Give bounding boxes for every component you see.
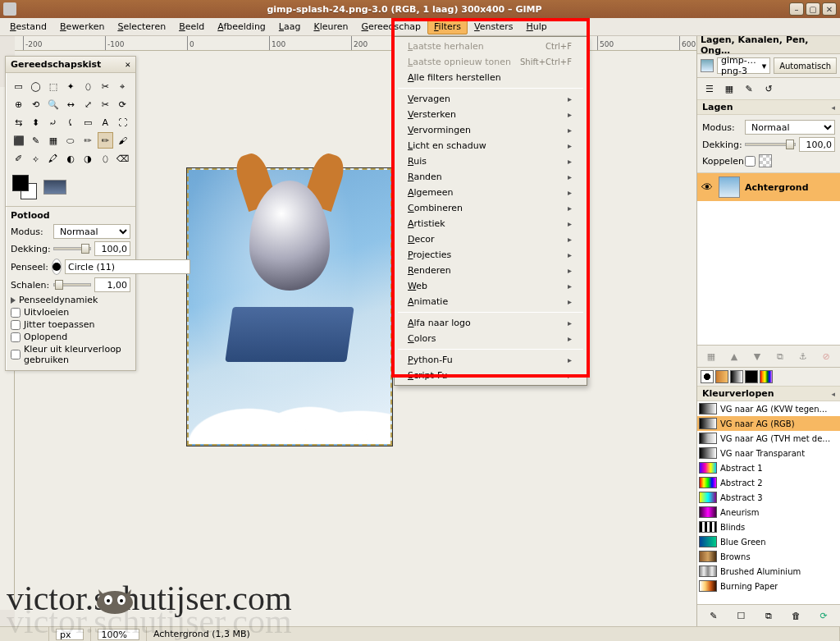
tool-6[interactable]: ⌖ bbox=[115, 78, 130, 94]
koppelen-checkbox[interactable] bbox=[745, 156, 756, 167]
tool-1[interactable]: ◯ bbox=[28, 78, 43, 94]
filters-menu-dropdown[interactable]: Laatste herhalenCtrl+FLaatste opnieuw to… bbox=[394, 36, 587, 386]
gradient-row[interactable]: VG naar Transparant bbox=[697, 446, 840, 460]
units-combo[interactable]: px bbox=[49, 627, 91, 641]
maximize-button[interactable]: ▢ bbox=[806, 2, 820, 16]
fg-color[interactable] bbox=[12, 175, 29, 191]
raise-layer-icon[interactable]: ▲ bbox=[724, 348, 745, 364]
gradient-row[interactable]: VG naar AG (TVH met de… bbox=[697, 431, 840, 446]
refresh-gradient-icon[interactable]: ⟳ bbox=[810, 607, 837, 624]
gradient-row[interactable]: Blinds bbox=[697, 520, 840, 534]
toolbox-close-icon[interactable]: ✕ bbox=[125, 59, 130, 70]
tool-19[interactable]: A bbox=[98, 114, 113, 130]
canvas-image[interactable] bbox=[187, 168, 392, 446]
edit-gradient-icon[interactable]: ✎ bbox=[701, 607, 727, 624]
menu-laag[interactable]: Laag bbox=[272, 19, 308, 34]
menuitem-artistiek[interactable]: Artistiek▸ bbox=[395, 216, 587, 231]
tool-20[interactable]: ⛶ bbox=[115, 114, 130, 130]
palette-picker-icon[interactable] bbox=[745, 370, 758, 383]
chk-oplopend[interactable]: Oplopend bbox=[11, 332, 130, 342]
tool-27[interactable]: 🖌 bbox=[115, 132, 130, 149]
gradient-row[interactable]: Abstract 1 bbox=[697, 460, 840, 475]
menuitem-algemeen[interactable]: Algemeen▸ bbox=[395, 185, 587, 200]
gradient-row[interactable]: Aneurism bbox=[697, 505, 840, 520]
tool-2[interactable]: ⬚ bbox=[45, 78, 61, 94]
brush-dynamics-expander[interactable]: Penseeldynamiek bbox=[11, 295, 130, 305]
auto-button[interactable]: Automatisch bbox=[774, 57, 837, 74]
dekking-value[interactable] bbox=[94, 241, 130, 256]
tool-34[interactable]: ⌫ bbox=[115, 150, 130, 167]
menu-bewerken[interactable]: Bewerken bbox=[53, 19, 111, 34]
chk-jitter[interactable]: Jitter toepassen bbox=[11, 319, 130, 330]
menu-bestand[interactable]: Bestand bbox=[3, 19, 53, 34]
menuitem-vervagen[interactable]: Vervagen▸ bbox=[395, 91, 587, 107]
chk-uitvloeien[interactable]: Uitvloeien bbox=[11, 307, 130, 318]
tool-31[interactable]: ◐ bbox=[62, 150, 78, 167]
zoom-combo[interactable]: 100% bbox=[91, 627, 147, 641]
menu-kleuren[interactable]: Kleuren bbox=[307, 19, 354, 34]
menuitem-combineren[interactable]: Combineren▸ bbox=[395, 200, 587, 216]
image-combo[interactable]: gimp-…png-3▾ bbox=[717, 57, 770, 74]
tool-0[interactable]: ▭ bbox=[11, 78, 26, 94]
schalen-value[interactable] bbox=[94, 277, 130, 292]
menuitem-web[interactable]: Web▸ bbox=[395, 278, 587, 294]
menuitem-alle-filters-herstellen[interactable]: Alle filters herstellen bbox=[395, 70, 587, 85]
menu-selecteren[interactable]: Selecteren bbox=[111, 19, 172, 34]
fg-bg-swatch[interactable] bbox=[12, 175, 37, 199]
menu-gereedschap[interactable]: Gereedschap bbox=[355, 19, 428, 34]
gradient-row[interactable]: Browns bbox=[697, 549, 840, 564]
channels-tab-icon[interactable]: ▦ bbox=[720, 80, 738, 97]
tool-5[interactable]: ✂ bbox=[98, 78, 113, 94]
new-layer-icon[interactable]: ▦ bbox=[701, 348, 722, 364]
tool-32[interactable]: ◑ bbox=[80, 150, 96, 167]
anchor-layer-icon[interactable]: ⚓ bbox=[792, 348, 814, 364]
tool-14[interactable]: ⇆ bbox=[11, 114, 26, 130]
tool-4[interactable]: ⬯ bbox=[80, 78, 96, 94]
menuitem-vervormingen[interactable]: Vervormingen▸ bbox=[395, 122, 587, 138]
menuitem-ruis[interactable]: Ruis▸ bbox=[395, 153, 587, 169]
layer-dekking-slider[interactable] bbox=[745, 139, 796, 150]
tool-7[interactable]: ⊕ bbox=[11, 96, 26, 112]
menuitem-renderen[interactable]: Renderen▸ bbox=[395, 263, 587, 278]
menu-afbeelding[interactable]: Afbeelding bbox=[211, 19, 272, 34]
menuitem-animatie[interactable]: Animatie▸ bbox=[395, 294, 587, 309]
minimize-button[interactable]: – bbox=[789, 2, 804, 16]
gradient-picker-icon[interactable] bbox=[730, 370, 743, 383]
panel-menu-icon[interactable]: ◂ bbox=[831, 390, 835, 398]
menu-vensters[interactable]: Vensters bbox=[468, 19, 519, 34]
layer-dekking-value[interactable] bbox=[799, 137, 835, 152]
menuitem-versterken[interactable]: Versterken▸ bbox=[395, 107, 587, 122]
gradient-row[interactable]: VG naar AG (KVW tegen… bbox=[697, 401, 840, 416]
gradient-row[interactable]: Blue Green bbox=[697, 534, 840, 549]
tool-9[interactable]: 🔍 bbox=[45, 96, 61, 112]
tool-11[interactable]: ⤢ bbox=[80, 96, 96, 112]
gradient-row[interactable]: Brushed Aluminium bbox=[697, 564, 840, 579]
tool-17[interactable]: ⤹ bbox=[62, 114, 78, 130]
tool-12[interactable]: ✂ bbox=[98, 96, 113, 112]
brush-name-input[interactable] bbox=[65, 259, 190, 274]
tool-16[interactable]: ⤾ bbox=[45, 114, 61, 130]
layers-tab-icon[interactable]: ☰ bbox=[701, 80, 719, 97]
undo-tab-icon[interactable]: ↺ bbox=[760, 80, 778, 97]
menuitem-randen[interactable]: Randen▸ bbox=[395, 169, 587, 185]
tool-18[interactable]: ▭ bbox=[80, 114, 96, 130]
chk-kleurverloop[interactable]: Kleur uit kleurverloop gebruiken bbox=[11, 344, 130, 365]
tool-33[interactable]: ⬯ bbox=[98, 150, 113, 167]
menu-filters[interactable]: Filters bbox=[427, 19, 468, 34]
menu-hulp[interactable]: Hulp bbox=[520, 19, 554, 34]
tool-24[interactable]: ⬭ bbox=[62, 132, 78, 149]
paths-tab-icon[interactable]: ✎ bbox=[740, 80, 758, 97]
dock-tabbar[interactable]: Lagen, Kanalen, Pen, Ong… bbox=[697, 36, 840, 54]
duplicate-layer-icon[interactable]: ⧉ bbox=[769, 348, 791, 364]
delete-gradient-icon[interactable]: 🗑 bbox=[783, 607, 810, 624]
gradient-row[interactable]: Abstract 3 bbox=[697, 490, 840, 505]
tool-10[interactable]: ↔ bbox=[62, 96, 78, 112]
eye-icon[interactable]: 👁 bbox=[701, 181, 714, 194]
gradient-row[interactable]: Abstract 2 bbox=[697, 475, 840, 490]
modus-select[interactable]: Normaal bbox=[53, 224, 130, 239]
layer-list[interactable]: 👁 Achtergrond bbox=[697, 173, 840, 346]
tool-22[interactable]: ✎ bbox=[28, 132, 43, 149]
layer-name[interactable]: Achtergrond bbox=[745, 182, 809, 193]
colors-picker-icon[interactable] bbox=[760, 370, 773, 383]
tool-28[interactable]: ✐ bbox=[11, 150, 26, 167]
